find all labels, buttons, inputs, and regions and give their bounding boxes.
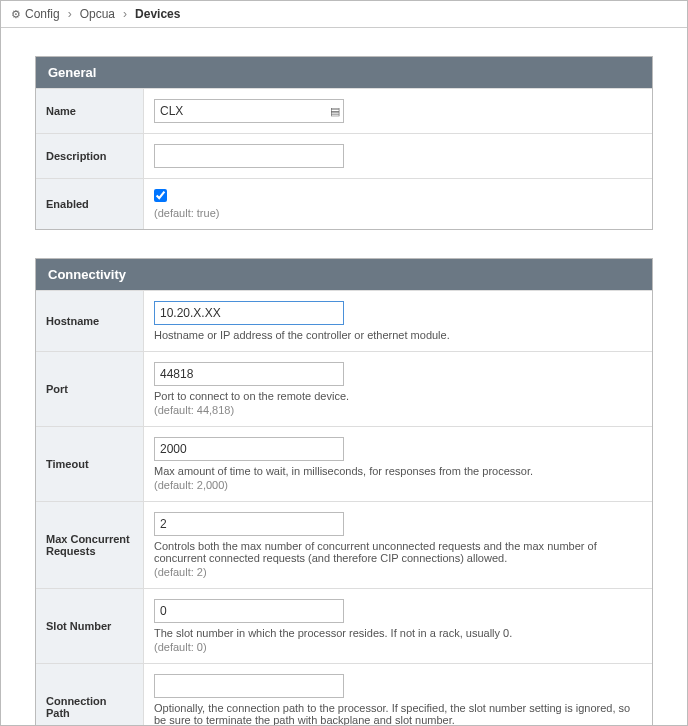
hostname-row: Hostname Hostname or IP address of the c…	[36, 290, 652, 351]
connection-path-input[interactable]	[154, 674, 344, 698]
connection-path-row: Connection Path Optionally, the connecti…	[36, 663, 652, 726]
timeout-hint: Max amount of time to wait, in milliseco…	[154, 465, 642, 477]
port-label: Port	[36, 352, 144, 426]
general-header: General	[36, 57, 652, 88]
name-input[interactable]	[154, 99, 344, 123]
connection-path-hint: Optionally, the connection path to the p…	[154, 702, 642, 726]
port-default: (default: 44,818)	[154, 404, 642, 416]
name-row: Name ▤	[36, 88, 652, 133]
max-concurrent-label: Max Concurrent Requests	[36, 502, 144, 588]
timeout-default: (default: 2,000)	[154, 479, 642, 491]
description-row: Description	[36, 133, 652, 178]
general-section: General Name ▤ Description Enabled (defa…	[35, 56, 653, 230]
chevron-right-icon: ›	[68, 7, 72, 21]
hostname-label: Hostname	[36, 291, 144, 351]
breadcrumb-opcua[interactable]: Opcua	[80, 7, 115, 21]
enabled-row: Enabled (default: true)	[36, 178, 652, 229]
enabled-checkbox[interactable]	[154, 189, 167, 202]
hostname-hint: Hostname or IP address of the controller…	[154, 329, 642, 341]
timeout-input[interactable]	[154, 437, 344, 461]
description-input[interactable]	[154, 144, 344, 168]
max-concurrent-row: Max Concurrent Requests Controls both th…	[36, 501, 652, 588]
max-concurrent-default: (default: 2)	[154, 566, 642, 578]
hostname-input[interactable]	[154, 301, 344, 325]
list-picker-icon[interactable]: ▤	[330, 105, 340, 118]
enabled-label: Enabled	[36, 179, 144, 229]
slot-hint: The slot number in which the processor r…	[154, 627, 642, 639]
port-input[interactable]	[154, 362, 344, 386]
port-hint: Port to connect to on the remote device.	[154, 390, 642, 402]
breadcrumb: ⚙ Config › Opcua › Devices	[1, 1, 687, 28]
max-concurrent-input[interactable]	[154, 512, 344, 536]
breadcrumb-config[interactable]: Config	[25, 7, 60, 21]
slot-default: (default: 0)	[154, 641, 642, 653]
slot-label: Slot Number	[36, 589, 144, 663]
gear-icon: ⚙	[11, 8, 21, 21]
connectivity-section: Connectivity Hostname Hostname or IP add…	[35, 258, 653, 726]
slot-row: Slot Number The slot number in which the…	[36, 588, 652, 663]
max-concurrent-hint: Controls both the max number of concurre…	[154, 540, 642, 564]
enabled-default: (default: true)	[154, 207, 642, 219]
timeout-row: Timeout Max amount of time to wait, in m…	[36, 426, 652, 501]
chevron-right-icon: ›	[123, 7, 127, 21]
name-label: Name	[36, 89, 144, 133]
timeout-label: Timeout	[36, 427, 144, 501]
slot-input[interactable]	[154, 599, 344, 623]
connectivity-header: Connectivity	[36, 259, 652, 290]
description-label: Description	[36, 134, 144, 178]
breadcrumb-devices: Devices	[135, 7, 180, 21]
connection-path-label: Connection Path	[36, 664, 144, 726]
port-row: Port Port to connect to on the remote de…	[36, 351, 652, 426]
